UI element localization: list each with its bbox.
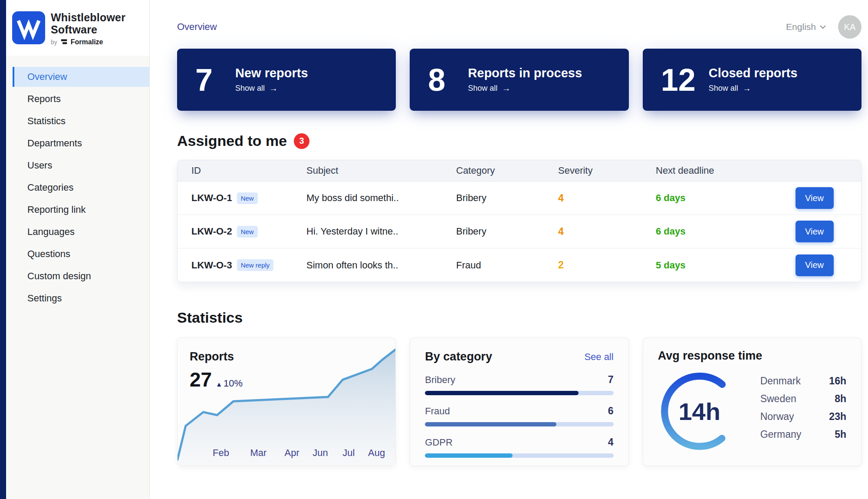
app-logo[interactable]: WhistleblowerSoftware by Formalize [6, 0, 149, 56]
sidebar-item-statistics[interactable]: Statistics [13, 111, 149, 131]
topbar: Overview English KA [177, 0, 861, 36]
report-category: Fraud [456, 260, 558, 271]
list-item: Sweden 8h [760, 390, 846, 408]
reports-delta: ▲ 10% [216, 378, 243, 389]
sidebar-item-categories[interactable]: Categories [13, 178, 149, 198]
category-value: 6 [608, 405, 614, 417]
table-row: LKW-O-2 New Hi. Yesterday I witne.. Brib… [178, 215, 861, 248]
new-reports-count: 7 [195, 64, 222, 96]
closed-count: 12 [661, 64, 696, 96]
category-bar-group: Bribery 7 [425, 374, 613, 395]
view-button[interactable]: View [796, 187, 834, 209]
language-selector[interactable]: English [786, 22, 826, 32]
list-item: Germany 5h [760, 426, 846, 443]
arrow-right-icon: → [743, 83, 751, 93]
report-subject: Simon often looks th.. [306, 260, 456, 271]
summary-card-new-reports[interactable]: 7 New reports Show all → [177, 49, 396, 111]
statistics-title: Statistics [177, 309, 861, 326]
main-content: Overview English KA 7 New reports Show a… [150, 0, 868, 499]
summary-cards: 7 New reports Show all → 8 Reports in pr… [177, 49, 861, 111]
arrow-right-icon: → [269, 83, 278, 93]
col-header-subject: Subject [306, 165, 456, 176]
table-header-row: ID Subject Category Severity Next deadli… [178, 160, 861, 182]
country-label: Denmark [760, 375, 801, 387]
status-badge: New [237, 226, 258, 238]
category-bar-track [425, 391, 613, 395]
summary-card-title: New reports [235, 66, 308, 80]
status-badge: New reply [237, 259, 274, 271]
brand-by-label: by [51, 39, 57, 46]
col-header-category: Category [456, 165, 558, 176]
category-value: 7 [608, 374, 614, 386]
category-bar-group: Fraud 6 [425, 405, 613, 426]
sidebar-item-custom-design[interactable]: Custom design [13, 266, 149, 286]
brand-name: WhistleblowerSoftware [51, 11, 125, 36]
x-axis-label: Aug [368, 447, 385, 459]
sidebar-item-languages[interactable]: Languages [13, 222, 149, 242]
x-axis-labels: Feb Mar Apr Jun Jul Aug [178, 447, 395, 459]
category-bar-track [425, 453, 613, 458]
chevron-down-icon [820, 25, 826, 29]
show-all-link[interactable]: Show all → [709, 83, 798, 93]
sidebar-item-reporting-link[interactable]: Reporting link [13, 200, 149, 220]
by-category-card: By category See all Bribery 7 Fraud 6 [410, 337, 628, 466]
sidebar: WhistleblowerSoftware by Formalize Overv… [6, 0, 150, 499]
category-bar-fill [425, 391, 579, 395]
country-value: 16h [829, 375, 846, 387]
triangle-up-icon: ▲ [216, 380, 222, 388]
country-label: Germany [760, 429, 802, 440]
brand-logo-icon [12, 11, 45, 44]
sidebar-nav: Overview Reports Statistics Departments … [6, 56, 149, 308]
list-item: Norway 23h [760, 408, 846, 426]
list-item: Denmark 16h [760, 372, 846, 390]
left-edge-strip [0, 0, 6, 499]
category-bar-fill [425, 453, 513, 458]
category-value: 4 [608, 436, 614, 448]
see-all-link[interactable]: See all [584, 351, 613, 363]
country-list: Denmark 16h Sweden 8h Norway 23h Germany… [760, 372, 846, 443]
brand-company: Formalize [71, 38, 103, 46]
summary-card-title: Closed reports [709, 66, 798, 80]
reports-chart-card: Reports 27 ▲ 10% Feb Mar Apr Jun Jul Aug [177, 337, 396, 466]
table-row: LKW-O-1 New My boss did somethi.. Briber… [178, 182, 861, 215]
category-label: GDPR [425, 437, 453, 448]
avatar[interactable]: KA [838, 15, 861, 39]
show-all-link[interactable]: Show all → [235, 83, 308, 93]
by-category-title: By category [425, 350, 492, 364]
x-axis-label: Jun [312, 447, 328, 459]
in-process-count: 8 [428, 64, 455, 96]
reports-total: 27 [190, 368, 212, 391]
category-label: Bribery [425, 374, 455, 386]
col-header-deadline: Next deadline [656, 165, 782, 176]
report-subject: Hi. Yesterday I witne.. [306, 226, 456, 237]
report-severity: 4 [558, 192, 656, 204]
sidebar-item-questions[interactable]: Questions [13, 244, 149, 264]
sidebar-item-reports[interactable]: Reports [13, 89, 149, 109]
assigned-table: ID Subject Category Severity Next deadli… [177, 160, 861, 282]
report-category: Bribery [456, 192, 558, 204]
country-value: 5h [835, 429, 846, 440]
show-all-link[interactable]: Show all → [468, 83, 582, 93]
category-bar-track [425, 422, 613, 426]
assigned-count-badge: 3 [294, 133, 309, 149]
view-button[interactable]: View [796, 254, 834, 276]
avg-response-card: Avg response time 14h [643, 337, 861, 466]
table-row: LKW-O-3 New reply Simon often looks th..… [178, 248, 861, 282]
summary-card-closed[interactable]: 12 Closed reports Show all → [643, 49, 861, 111]
sidebar-item-overview[interactable]: Overview [13, 67, 149, 87]
country-label: Sweden [760, 393, 796, 405]
x-axis-label: Jul [342, 447, 355, 459]
status-badge: New [237, 192, 258, 204]
report-severity: 4 [558, 226, 656, 238]
sidebar-item-settings[interactable]: Settings [13, 288, 149, 308]
breadcrumb: Overview [177, 21, 217, 33]
report-deadline: 6 days [656, 226, 782, 237]
sidebar-item-departments[interactable]: Departments [13, 133, 149, 153]
avg-response-value: 14h [658, 370, 741, 453]
avg-response-title: Avg response time [658, 349, 846, 363]
category-bar-fill [425, 422, 556, 426]
view-button[interactable]: View [796, 221, 834, 242]
sidebar-item-users[interactable]: Users [13, 155, 149, 175]
report-id: LKW-O-1 [191, 192, 232, 204]
summary-card-in-process[interactable]: 8 Reports in process Show all → [410, 49, 628, 111]
